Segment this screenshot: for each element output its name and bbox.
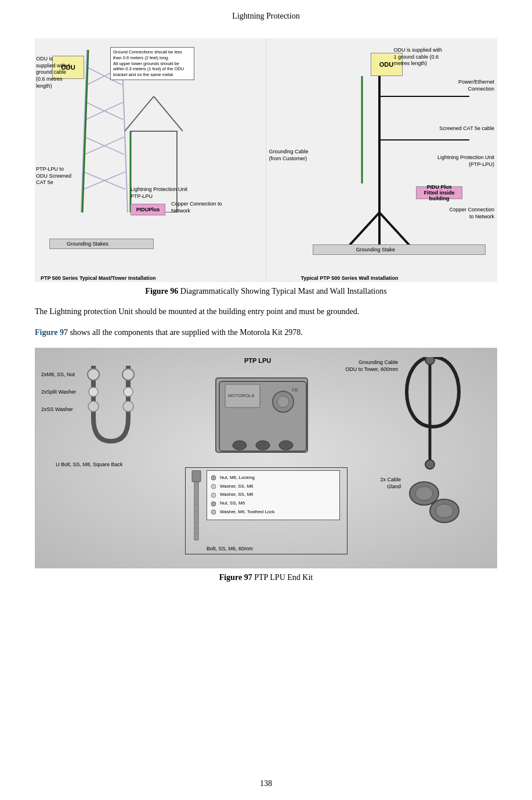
grounding-cable-shape bbox=[398, 357, 468, 475]
body-text-2: shows all the components that are suppli… bbox=[68, 328, 303, 337]
figure-97-image: 2xM8, SS, Nut 2xSplit Washer 2xSS Washer… bbox=[35, 348, 497, 568]
svg-point-36 bbox=[425, 460, 435, 469]
svg-rect-11 bbox=[131, 131, 177, 212]
ground-rect-right bbox=[313, 244, 486, 255]
lightning-unit-label-left: Lightning Protection UnitPTP-LPU bbox=[131, 186, 187, 200]
m8-nut-label: 2xM8, SS, Nut bbox=[41, 372, 75, 377]
figure-96-right-panel: ODU ODU is supplied with 1 ground cable … bbox=[266, 38, 498, 282]
lpu-box: MOTOROLA CE bbox=[215, 377, 308, 453]
svg-point-25 bbox=[123, 401, 133, 412]
page-title: Lightning Protection bbox=[232, 12, 299, 20]
svg-point-22 bbox=[89, 387, 98, 397]
svg-point-32 bbox=[256, 441, 270, 450]
grounding-stake-label: Grounding Stake bbox=[356, 247, 396, 253]
figure-97-container: 2xM8, SS, Nut 2xSplit Washer 2xSS Washer… bbox=[35, 348, 497, 582]
figure-97-link[interactable]: Figure 97 bbox=[35, 328, 68, 337]
svg-point-31 bbox=[233, 441, 247, 450]
svg-point-23 bbox=[124, 387, 133, 397]
u-bolt-shape bbox=[82, 366, 140, 455]
callout-box-left: Ground Connections should be less than 0… bbox=[110, 47, 194, 80]
page-header: Lightning Protection bbox=[35, 12, 497, 21]
page-number: 138 bbox=[260, 779, 272, 788]
figure-96-left-panel: ODU ODU is supplied with 1 ground cable … bbox=[35, 38, 266, 282]
svg-point-20 bbox=[88, 369, 99, 380]
ptp-lpu-label: PTP LPU bbox=[244, 357, 271, 364]
cable-gland-label: 2x CableGland bbox=[380, 476, 401, 491]
figure-96-container: ODU ODU is supplied with 1 ground cable … bbox=[35, 38, 497, 296]
svg-point-35 bbox=[425, 357, 435, 365]
copper-conn-label-left: Copper Connection toNetwork bbox=[171, 201, 222, 214]
svg-text:CE: CE bbox=[292, 387, 298, 392]
split-washer-label: 2xSplit Washer bbox=[41, 389, 76, 395]
pidu-plus-box-left: PIDUPlus bbox=[131, 204, 165, 215]
svg-line-18 bbox=[379, 212, 411, 247]
figure-96-caption: Figure 96 Diagrammatically Showing Typic… bbox=[35, 287, 497, 296]
body-paragraph-2: Figure 97 shows all the components that … bbox=[35, 326, 497, 339]
odu-supply-label-left: ODU is supplied with 1 ground cable (0.6… bbox=[36, 56, 71, 89]
svg-point-41 bbox=[436, 504, 453, 518]
figure-97-caption-bold: Figure 97 bbox=[219, 573, 252, 582]
svg-point-21 bbox=[122, 369, 134, 380]
ss-washer-label: 2xSS Washer bbox=[41, 406, 73, 412]
page: Lightning Protection bbox=[0, 0, 532, 800]
fig96-right-bottom-caption: Typical PTP 500 Series Wall Installation bbox=[301, 275, 399, 281]
figure-97-caption: Figure 97 PTP LPU End Kit bbox=[35, 573, 497, 582]
svg-line-17 bbox=[348, 212, 379, 247]
body-paragraph-1: The Lightning protection Unit should be … bbox=[35, 305, 497, 318]
svg-point-39 bbox=[415, 487, 433, 500]
figure-96-caption-text: Diagrammatically Showing Typical Mast an… bbox=[178, 287, 386, 296]
svg-point-30 bbox=[277, 396, 289, 408]
grounding-cable-fig97-label: Grounding CableODU to Tower, 600mm bbox=[345, 359, 398, 373]
u-bolt-label: U Bolt, SS, M8, Square Back bbox=[56, 462, 123, 467]
svg-point-33 bbox=[279, 441, 293, 450]
parts-list-border bbox=[185, 467, 348, 554]
page-footer: 138 bbox=[35, 779, 497, 788]
ptp-lpu-label-left: PTP-LPU to ODU Screened CAT 5e bbox=[36, 166, 77, 186]
cable-glands-shape bbox=[407, 476, 465, 536]
figure-97-caption-text: PTP LPU End Kit bbox=[252, 573, 313, 582]
figure-96-caption-bold: Figure 96 bbox=[145, 287, 178, 296]
fig96-left-bottom-caption: PTP 500 Series Typical Mast/Tower Instal… bbox=[41, 275, 156, 281]
svg-text:MOTOROLA: MOTOROLA bbox=[228, 393, 255, 398]
figure-96-image: ODU ODU is supplied with 1 ground cable … bbox=[35, 38, 497, 282]
body-text-1: The Lightning protection Unit should be … bbox=[35, 307, 359, 316]
grounding-stakes-label: Grounding Stakes bbox=[67, 241, 108, 247]
svg-point-24 bbox=[88, 401, 99, 412]
